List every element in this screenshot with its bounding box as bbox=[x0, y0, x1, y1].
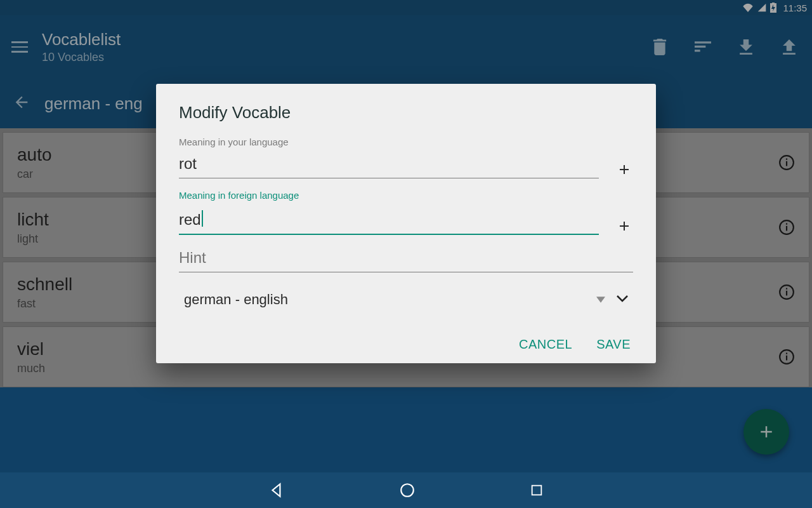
add-native-meaning-icon[interactable] bbox=[617, 162, 633, 178]
nav-overview-icon[interactable] bbox=[530, 483, 544, 497]
system-nav-bar bbox=[0, 472, 812, 508]
nav-home-icon[interactable] bbox=[399, 482, 416, 498]
save-button[interactable]: SAVE bbox=[596, 337, 631, 352]
svg-rect-15 bbox=[532, 486, 542, 495]
svg-point-14 bbox=[401, 484, 414, 497]
modify-vocable-dialog: Modify Vocable Meaning in your language … bbox=[156, 84, 656, 363]
text-cursor bbox=[202, 210, 203, 227]
native-meaning-input[interactable]: rot bbox=[179, 152, 599, 178]
chevron-down-icon[interactable] bbox=[617, 294, 628, 305]
language-select[interactable]: german - english bbox=[184, 291, 596, 308]
dropdown-triangle-icon[interactable] bbox=[596, 294, 605, 305]
native-language-label: Meaning in your language bbox=[179, 137, 633, 147]
foreign-meaning-input[interactable]: red bbox=[179, 206, 599, 235]
cancel-button[interactable]: CANCEL bbox=[519, 337, 572, 352]
foreign-language-label: Meaning in foreign language bbox=[179, 190, 633, 201]
nav-back-icon[interactable] bbox=[268, 482, 285, 498]
foreign-meaning-value: red bbox=[179, 211, 201, 228]
hint-input[interactable] bbox=[179, 246, 633, 272]
dialog-title: Modify Vocable bbox=[179, 103, 633, 123]
add-foreign-meaning-icon[interactable] bbox=[617, 218, 633, 235]
